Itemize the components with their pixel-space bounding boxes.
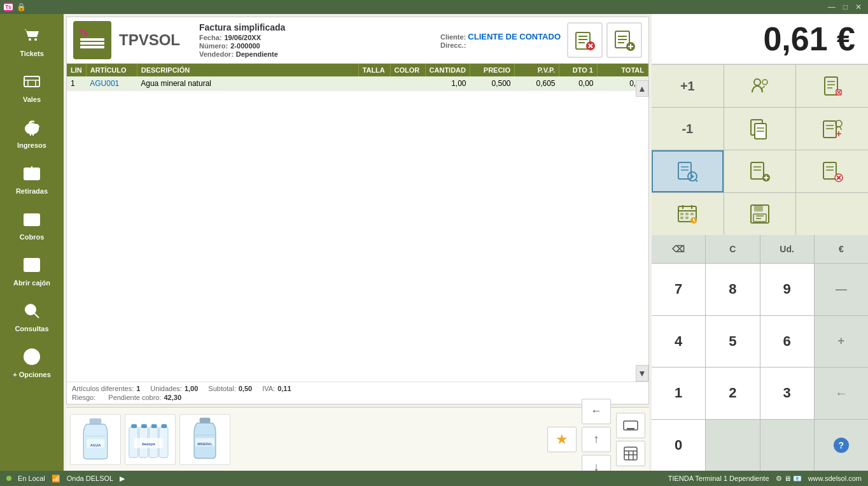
cell-descripcion: Agua mineral natural: [137, 76, 358, 91]
backspace-button[interactable]: ⌫: [652, 235, 705, 263]
key-4[interactable]: 4: [652, 316, 705, 368]
action-grid: +1: [652, 65, 868, 235]
key-2[interactable]: 2: [706, 368, 759, 419]
cell-dto1: 0,00: [559, 76, 598, 91]
retiradas-icon: [20, 162, 43, 185]
col-articulo: ARTÍCULO: [86, 64, 137, 76]
svg-rect-108: [680, 217, 683, 219]
key-plus[interactable]: +: [815, 316, 868, 368]
cell-cantidad: 1,00: [425, 76, 470, 91]
svg-rect-39: [131, 424, 137, 428]
calendar-button[interactable]: [652, 193, 724, 235]
invoice-customer: Cliente: CLIENTE DE CONTADO Direcc.:: [440, 32, 561, 49]
key-minus[interactable]: —: [815, 264, 868, 315]
save-button[interactable]: [724, 193, 796, 235]
product-thumb-3[interactable]: MINERAL: [179, 414, 230, 465]
numpad-toggle-button[interactable]: [616, 441, 645, 466]
pendiente-label: Pendiente cobro:: [108, 394, 161, 401]
receipt1-icon: [821, 75, 844, 97]
maximize-button[interactable]: □: [841, 3, 850, 11]
scroll-down-products-button[interactable]: ↓: [582, 455, 611, 471]
sidebar-ingresos-label: Ingresos: [17, 141, 46, 149]
search-receipt-button[interactable]: [652, 150, 724, 192]
svg-line-86: [696, 180, 697, 182]
clear-label: C: [729, 244, 736, 254]
keyboard-button[interactable]: [616, 413, 645, 438]
col-color: COLOR: [390, 64, 425, 76]
sidebar-item-vales[interactable]: Vales: [4, 65, 60, 108]
empty-action-cell: [796, 193, 868, 235]
numpad: 7 8 9 — 4 5 6 + 1 2 3 ← 0: [652, 263, 868, 471]
svg-rect-89: [751, 162, 764, 179]
back-button[interactable]: ←: [582, 399, 611, 424]
sidebar-item-consultas[interactable]: Consultas: [4, 294, 60, 338]
new-invoice-button[interactable]: [606, 22, 642, 58]
sidebar-item-abrir-cajon[interactable]: Abrir cajón: [4, 248, 60, 292]
svg-text:Ts: Ts: [79, 28, 88, 38]
key-help[interactable]: ?: [815, 420, 868, 471]
col-total: TOTAL: [598, 64, 648, 76]
sidebar: Tickets Vales Ingresos Retiradas: [0, 14, 64, 471]
key-3[interactable]: 3: [760, 368, 814, 419]
svg-rect-58: [624, 447, 637, 460]
product-thumb-2[interactable]: bezoya: [125, 414, 176, 465]
minus1-button[interactable]: -1: [652, 108, 724, 150]
table-row[interactable]: 1 AGU001 Agua mineral natural 1,00 0,500…: [67, 76, 648, 91]
svg-rect-30: [90, 418, 102, 424]
cell-lin: 1: [67, 76, 86, 91]
scroll-down-button[interactable]: ▼: [636, 365, 648, 382]
key-9[interactable]: 9: [760, 264, 814, 315]
articulos-value: 1: [136, 385, 140, 392]
invoice-fields: Fecha: 19/06/20XX Número: 2-000000 Vende…: [199, 34, 421, 58]
receipt1-button[interactable]: [796, 65, 868, 107]
svg-point-0: [29, 38, 31, 41]
clear-button[interactable]: C: [706, 235, 759, 263]
bottle-1-icon: AGUA: [73, 415, 118, 463]
plus1-button[interactable]: +1: [652, 65, 724, 107]
play-icon: ▶: [120, 475, 125, 483]
scroll-up-products-button[interactable]: ↑: [582, 427, 611, 452]
col-dto1: DTO 1: [559, 64, 598, 76]
product-thumb-1[interactable]: AGUA: [70, 414, 121, 465]
favorite-button[interactable]: ★: [547, 427, 577, 452]
sidebar-item-tickets[interactable]: Tickets: [4, 19, 60, 62]
units-label: Ud.: [780, 244, 794, 254]
sidebar-item-opciones[interactable]: + Opciones: [4, 340, 60, 383]
calendar-icon: [676, 203, 699, 225]
scroll-up-button[interactable]: ▲: [636, 80, 648, 97]
new-receipt-icon: [748, 160, 771, 183]
svg-rect-105: [680, 213, 683, 215]
new-receipt-button[interactable]: [724, 150, 796, 192]
invoice-header: Ts TPVSOL Factura simplificada Fecha: 19…: [67, 17, 648, 64]
website-link: www.sdelsol.com: [808, 475, 862, 482]
svg-rect-14: [80, 42, 104, 45]
client-button[interactable]: [724, 65, 796, 107]
cancel-receipt-button[interactable]: [796, 150, 868, 192]
key-0[interactable]: 0: [652, 420, 705, 471]
minimize-button[interactable]: —: [825, 3, 838, 11]
key-6[interactable]: 6: [760, 316, 814, 368]
key-enter[interactable]: ←: [815, 368, 868, 419]
euro-button[interactable]: €: [815, 235, 868, 263]
svg-rect-82: [678, 162, 691, 179]
copy-receipt-button[interactable]: [724, 108, 796, 150]
sidebar-item-ingresos[interactable]: Ingresos: [4, 111, 60, 154]
units-button[interactable]: Ud.: [760, 235, 814, 263]
numpad-row-2: 4 5 6 +: [652, 316, 868, 368]
key-5[interactable]: 5: [706, 316, 759, 368]
sidebar-item-cobros[interactable]: Cobros: [4, 203, 60, 246]
save-icon: [748, 203, 771, 225]
key-1[interactable]: 1: [652, 368, 705, 419]
close-button[interactable]: ✕: [853, 3, 864, 11]
sidebar-item-retiradas[interactable]: Retiradas: [4, 157, 60, 200]
numero-value: 2-000000: [230, 42, 260, 50]
title-bar-controls[interactable]: — □ ✕: [825, 3, 864, 11]
key-8[interactable]: 8: [706, 264, 759, 315]
drawer-icon: [20, 254, 43, 276]
lock-icon: 🔒: [17, 3, 26, 11]
delete-invoice-button[interactable]: [567, 22, 603, 58]
client-receipt-button[interactable]: [796, 108, 868, 150]
plus1-icon: +1: [680, 79, 695, 94]
subtotal-label: Subtotal:: [208, 385, 235, 392]
key-7[interactable]: 7: [652, 264, 705, 315]
